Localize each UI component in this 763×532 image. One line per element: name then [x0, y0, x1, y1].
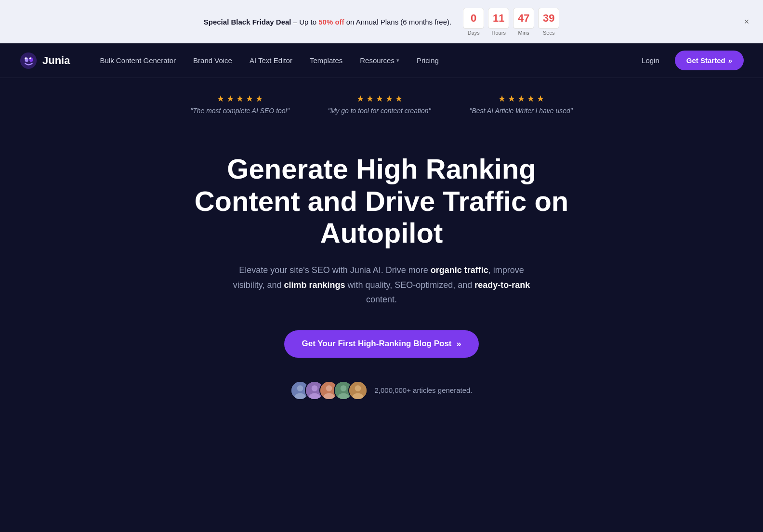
- hero-subtitle: Elevate your site's SEO with Junia AI. D…: [227, 263, 536, 307]
- nav-pricing[interactable]: Pricing: [410, 52, 446, 68]
- reviews-bar: ★ ★ ★ ★ ★ "The most complete AI SEO tool…: [0, 78, 763, 124]
- days-label: Days: [468, 30, 480, 36]
- social-proof-text: 2,000,000+ articles generated.: [374, 386, 472, 394]
- countdown-hours: 11 Hours: [488, 8, 509, 36]
- stars-2: ★ ★ ★ ★ ★: [356, 93, 403, 104]
- banner-message: Special Black Friday Deal – Up to 50% of…: [204, 18, 451, 26]
- svg-point-12: [326, 385, 332, 391]
- promotional-banner: Special Black Friday Deal – Up to 50% of…: [0, 0, 763, 43]
- review-item-2: ★ ★ ★ ★ ★ "My go to tool for content cre…: [328, 93, 431, 115]
- mins-label: Mins: [518, 30, 529, 36]
- nav-templates[interactable]: Templates: [303, 52, 349, 68]
- social-proof: 2,000,000+ articles generated.: [290, 381, 472, 400]
- avatar-5: [348, 381, 368, 400]
- svg-point-15: [341, 385, 347, 391]
- svg-point-18: [355, 385, 361, 391]
- main-navigation: Junia Bulk Content Generator Brand Voice…: [0, 43, 763, 78]
- cta-arrows-icon: »: [457, 339, 461, 349]
- nav-ai-text-editor[interactable]: AI Text Editor: [243, 52, 299, 68]
- stars-1: ★ ★ ★ ★ ★: [217, 93, 263, 104]
- nav-bulk-content[interactable]: Bulk Content Generator: [93, 52, 183, 68]
- mins-number: 47: [513, 8, 534, 29]
- svg-point-9: [312, 385, 318, 391]
- review-text-2: "My go to tool for content creation": [328, 107, 431, 115]
- svg-point-6: [297, 385, 303, 391]
- countdown-timer: 0 Days 11 Hours 47 Mins 39 Secs: [463, 8, 559, 36]
- nav-links-container: Bulk Content Generator Brand Voice AI Te…: [93, 52, 634, 68]
- logo-link[interactable]: Junia: [19, 52, 70, 70]
- review-item-3: ★ ★ ★ ★ ★ "Best AI Article Writer I have…: [470, 93, 573, 115]
- stars-3: ★ ★ ★ ★ ★: [498, 93, 544, 104]
- banner-deal-label: Special Black Friday Deal: [204, 18, 291, 26]
- review-item-1: ★ ★ ★ ★ ★ "The most complete AI SEO tool…: [190, 93, 289, 115]
- review-text-1: "The most complete AI SEO tool": [190, 107, 289, 115]
- nav-resources[interactable]: Resources ▾: [353, 52, 406, 68]
- avatar-group: [290, 381, 368, 400]
- countdown-days: 0 Days: [463, 8, 484, 36]
- logo-text: Junia: [42, 54, 70, 67]
- secs-number: 39: [538, 8, 559, 29]
- login-button[interactable]: Login: [634, 52, 667, 68]
- hero-cta-button[interactable]: Get Your First High-Ranking Blog Post »: [284, 330, 478, 358]
- secs-label: Secs: [543, 30, 554, 36]
- logo-icon: [19, 52, 38, 70]
- svg-point-0: [20, 52, 37, 68]
- discount-highlight: 50% off: [318, 18, 344, 26]
- hero-bold-ready: ready-to-rank: [474, 280, 530, 290]
- countdown-secs: 39 Secs: [538, 8, 559, 36]
- review-text-3: "Best AI Article Writer I have used": [470, 107, 573, 115]
- hero-title: Generate High Ranking Content and Drive …: [184, 153, 579, 249]
- nav-brand-voice[interactable]: Brand Voice: [186, 52, 239, 68]
- nav-actions: Login Get Started »: [634, 51, 744, 70]
- hero-section: Generate High Ranking Content and Drive …: [0, 124, 763, 419]
- days-number: 0: [463, 8, 484, 29]
- get-started-arrows-icon: »: [728, 56, 732, 65]
- hero-bold-organic: organic traffic: [431, 265, 488, 275]
- banner-close-button[interactable]: ×: [740, 15, 753, 28]
- get-started-button[interactable]: Get Started »: [675, 51, 744, 70]
- svg-point-3: [25, 57, 26, 59]
- resources-chevron-icon: ▾: [396, 57, 399, 64]
- hero-bold-rankings: climb rankings: [284, 280, 345, 290]
- svg-point-4: [29, 57, 31, 59]
- hours-label: Hours: [492, 30, 506, 36]
- hours-number: 11: [488, 8, 509, 29]
- countdown-mins: 47 Mins: [513, 8, 534, 36]
